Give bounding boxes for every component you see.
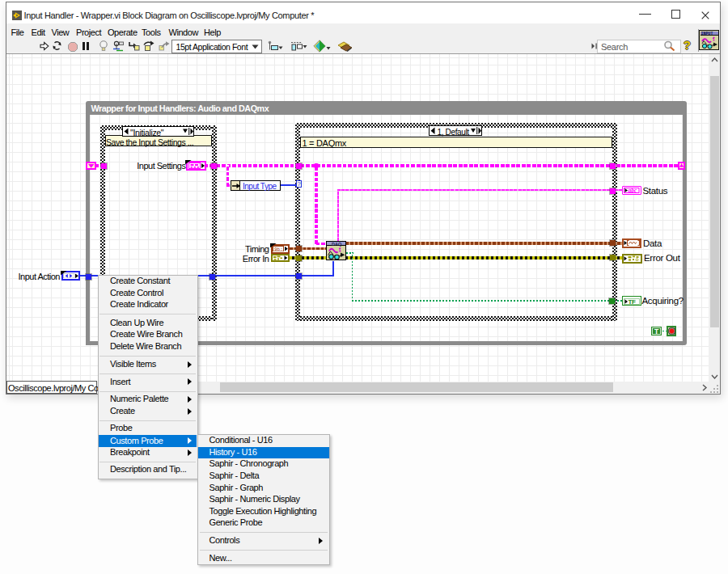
svg-text:abc: abc	[628, 188, 637, 193]
svg-text:TF: TF	[628, 298, 635, 305]
svg-text:T: T	[654, 327, 659, 336]
svg-text:DAQ: DAQ	[332, 242, 342, 247]
